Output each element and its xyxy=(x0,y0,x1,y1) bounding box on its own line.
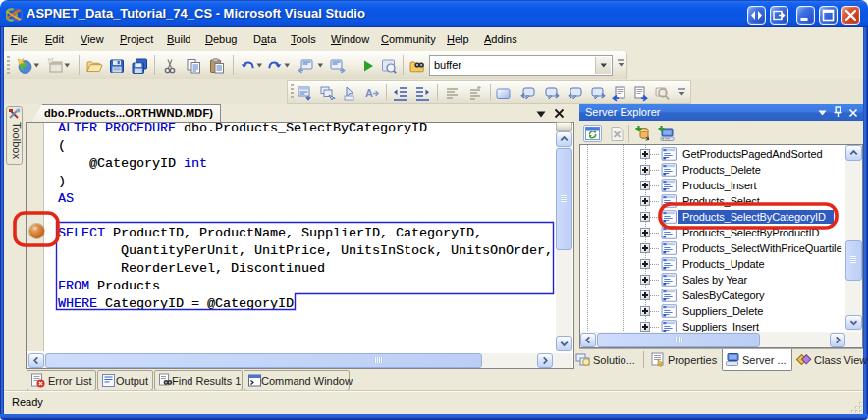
svg-text:A: A xyxy=(365,87,373,99)
